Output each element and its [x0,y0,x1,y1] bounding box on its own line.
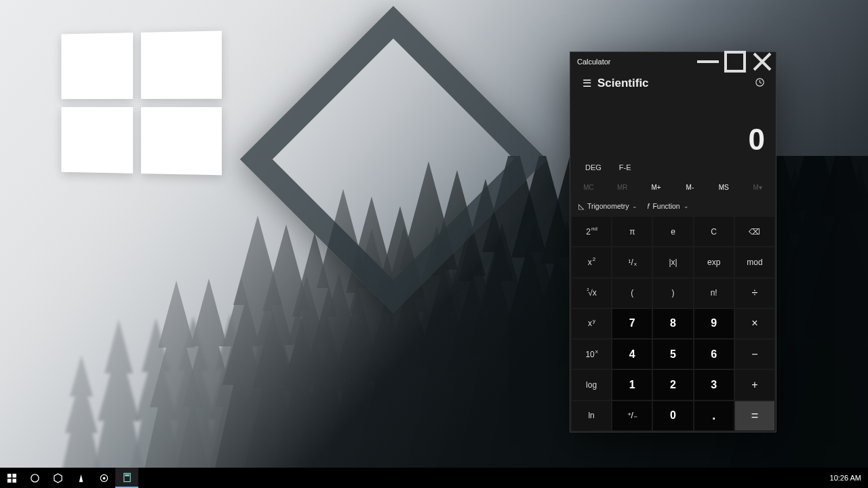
key-8[interactable]: 8 [653,309,692,338]
svg-point-10 [102,476,105,479]
taskbar-clock[interactable]: 10:26 AM [823,468,868,488]
key-sqrt[interactable]: ²√x [572,279,611,308]
key-negate[interactable]: ⁺/₋ [612,401,652,430]
mem-mr: MR [606,180,639,195]
mem-ms[interactable]: MS [707,180,741,195]
key-9[interactable]: 9 [694,309,734,338]
svg-point-7 [31,474,38,481]
desktop-wallpaper: Calculator ☰ Scientific 0 DEG F-E [0,0,868,488]
svg-rect-6 [12,479,16,483]
key-4[interactable]: 4 [612,340,652,369]
hamburger-icon[interactable]: ☰ [576,77,597,89]
taskbar-app-icon[interactable] [69,468,92,488]
key-log[interactable]: log [572,370,611,399]
svg-rect-1 [726,52,745,71]
taskbar: 10:26 AM [0,468,868,488]
key-factorial[interactable]: n! [694,279,734,308]
chevron-down-icon: ⌄ [632,203,637,209]
mem-mc: MC [572,180,606,195]
close-button[interactable] [749,52,776,71]
key-7[interactable]: 7 [612,309,652,338]
key-equals[interactable]: = [735,401,774,430]
history-icon[interactable] [749,77,770,89]
key-e[interactable]: e [653,217,692,246]
taskbar-circle-icon[interactable] [23,468,46,488]
key-5[interactable]: 5 [653,340,692,369]
key-pi[interactable]: π [612,217,652,246]
calc-display: 0 [570,96,776,161]
key-6[interactable]: 6 [694,340,734,369]
mode-title: Scientific [597,77,649,90]
key-0[interactable]: 0 [653,401,692,430]
key-backspace[interactable]: ⌫ [735,217,774,246]
svg-rect-4 [12,473,16,477]
taskbar-hex-icon[interactable] [46,468,69,488]
key-decimal[interactable]: . [694,401,734,430]
trig-label: Trigonometry [587,202,629,210]
function-label: Function [652,202,679,210]
window-title: Calculator [577,58,611,66]
key-1[interactable]: 1 [612,370,652,399]
mem-mminus[interactable]: M- [673,180,707,195]
key-reciprocal[interactable]: ¹/x [612,247,652,277]
mem-list: M▾ [741,180,774,195]
svg-marker-8 [54,473,61,482]
trig-dropdown[interactable]: ◺ Trigonometry ⌄ [578,202,637,210]
key-3[interactable]: 3 [694,370,734,399]
taskbar-calculator-icon[interactable] [115,468,138,488]
calculator-window: Calculator ☰ Scientific 0 DEG F-E [570,52,776,432]
windows-logo [61,30,220,179]
svg-rect-5 [7,479,11,483]
key-ln[interactable]: ln [572,401,611,430]
function-dropdown[interactable]: f Function ⌄ [647,202,688,210]
key-divide[interactable]: ÷ [735,279,774,308]
chevron-down-icon: ⌄ [684,203,689,209]
key-xsq[interactable]: x2 [572,247,611,277]
key-clear[interactable]: C [694,217,734,246]
key-abs[interactable]: |x| [653,247,692,277]
key-multiply[interactable]: × [735,309,774,338]
notation-toggle[interactable]: F-E [619,163,631,171]
mem-mplus[interactable]: M+ [639,180,673,195]
start-button[interactable] [0,468,23,488]
svg-rect-0 [697,60,719,63]
svg-rect-12 [125,474,130,476]
svg-rect-3 [7,473,11,477]
key-exp[interactable]: exp [694,247,734,277]
angle-icon: ◺ [578,202,584,210]
key-tenx[interactable]: 10x [572,340,611,369]
minimize-button[interactable] [694,52,722,71]
key-rparen[interactable]: ) [653,279,692,308]
maximize-button[interactable] [722,52,749,71]
key-lparen[interactable]: ( [612,279,652,308]
key-add[interactable]: + [735,370,774,399]
key-2nd[interactable]: 2nd [572,217,611,246]
taskbar-gear-icon[interactable] [92,468,115,488]
key-mod[interactable]: mod [735,247,774,277]
key-subtract[interactable]: − [735,340,774,369]
angle-toggle[interactable]: DEG [585,163,601,171]
key-2[interactable]: 2 [653,370,692,399]
function-icon: f [647,202,649,210]
titlebar[interactable]: Calculator [570,52,776,71]
key-xy[interactable]: xy [572,309,611,338]
